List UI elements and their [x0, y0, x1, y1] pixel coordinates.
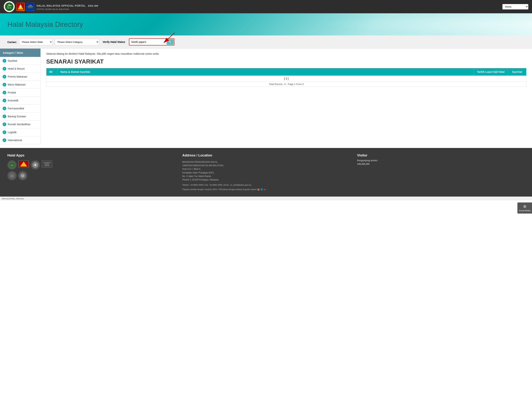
check-icon-menu — [3, 83, 6, 86]
portal-title: HALAL MALAYSIA OFFICIAL PORTAL ENG BM — [37, 3, 500, 8]
sidebar-item-rumah-sembelihan[interactable]: Rumah Sembelihan — [0, 121, 40, 128]
footer-app-logos-row2: APP — [7, 171, 175, 180]
footer-visitor-title: Visitor — [357, 153, 525, 157]
app-logo-2 — [18, 160, 29, 168]
footer-resolution: Paparan terbaik dengan resolusi 1024 x 7… — [182, 188, 350, 191]
svg-point-5 — [20, 6, 21, 7]
sidebar-item-label-logistik: Logistik — [8, 131, 16, 134]
welcome-text: Selamat datang ke direktori Halal Malays… — [46, 52, 526, 55]
footer-apps-section: Halal Apps حلال SURUHANJAYASYARIKATMALAY… — [7, 153, 175, 191]
svg-point-0 — [5, 2, 13, 11]
footer-address-title: Address / Location — [182, 153, 350, 157]
sidebar-item-label-menu: Menu Makanan — [8, 83, 26, 86]
check-icon-syarikat — [3, 59, 6, 63]
svg-text:HALAL: HALAL — [7, 7, 11, 9]
svg-point-23 — [20, 173, 26, 179]
svg-text:MALAYSIA: MALAYSIA — [45, 165, 49, 166]
browser-icon-ie: ℯ — [266, 188, 268, 191]
lang-suffix: ENG BM — [88, 4, 98, 7]
sidebar-item-label-premis: Premis Makanan — [8, 75, 27, 78]
footer-address-lines: BAHAGIAN PENGURUSAN HALAL, JABATAN KEMAJ… — [182, 160, 350, 182]
sidebar-item-label-barang: Barang Gunaan — [8, 115, 26, 118]
state-select[interactable]: Please Select State Johor Kedah Kelantan… — [19, 39, 52, 45]
sidebar-item-label-produk: Produk — [8, 91, 16, 94]
sidebar-item-barang-gunaan[interactable]: Barang Gunaan — [0, 113, 40, 121]
sidebar-item-premis-makanan[interactable]: Premis Makanan — [0, 73, 40, 81]
search-box-wrapper — [129, 38, 174, 46]
jakim-logo2: JAKIM MALAYSIA — [26, 3, 34, 11]
app-logo-6 — [18, 171, 27, 180]
sidebar-item-label-international: International — [8, 139, 22, 142]
browser-icon-opera: ◉ — [264, 188, 266, 191]
browser-icon-firefox: 🦊 — [257, 188, 260, 191]
svg-text:SYARIKAT: SYARIKAT — [45, 164, 49, 165]
check-icon-logistik — [3, 130, 6, 134]
search-button[interactable] — [167, 39, 174, 45]
table-total-record: Total Record : 0 - Page 1 From 0 — [46, 82, 526, 87]
halal-logo: حلال HALAL — [4, 1, 15, 12]
app-logo-1: حلال — [7, 160, 17, 170]
visitor-count: 108,256,350 — [357, 162, 525, 166]
search-label: Carian: — [7, 40, 17, 44]
sidebar-item-farmaseutikal[interactable]: Farmaseutikal — [0, 104, 40, 113]
jakim-logo1 — [16, 3, 25, 11]
search-input[interactable] — [130, 39, 167, 45]
category-select[interactable]: Please Select Category Syarikat Hotel & … — [55, 39, 99, 45]
footer-address-section: Address / Location BAHAGIAN PENGURUSAN H… — [182, 153, 350, 191]
svg-text:حلال: حلال — [7, 4, 12, 7]
header-title-block: HALAL MALAYSIA OFFICIAL PORTAL ENG BM PO… — [37, 3, 500, 10]
sidebar-item-menu-makanan[interactable]: Menu Makanan — [0, 81, 40, 89]
footer-apps-title: Halal Apps — [7, 153, 175, 157]
col-header-nama: Nama & Alamat Syarikat — [57, 68, 474, 76]
hero-decoration — [319, 13, 532, 36]
sidebar-item-label-rumah: Rumah Sembelihan — [8, 123, 30, 126]
svg-text:حلال: حلال — [10, 164, 13, 166]
col-header-syarikat: Syarikat — [508, 68, 526, 76]
section-title: SENARAI SYARIKAT — [46, 58, 526, 65]
site-header: حلال HALAL JAKIM MALAYSIA HALAL MALAYSIA… — [0, 0, 532, 13]
svg-rect-8 — [28, 6, 33, 7]
table-header: Bil Nama & Alamat Syarikat Tarikh Luput … — [46, 68, 526, 76]
svg-text:JAKIM: JAKIM — [29, 5, 32, 6]
sidebar-item-kosmetik[interactable]: Kosmetik — [0, 97, 40, 104]
sidebar-item-syarikat[interactable]: Syarikat — [0, 57, 40, 65]
check-icon-rumah — [3, 123, 6, 126]
hero-banner: Halal Malaysia Directory — [0, 13, 532, 36]
sidebar-header: Kategori / Skim — [0, 48, 40, 57]
app-logo-5: APP — [7, 171, 17, 180]
col-header-tarikh: Tarikh Luput Sijil Halal — [474, 68, 508, 76]
sidebar-item-produk[interactable]: Produk — [0, 89, 40, 97]
sidebar-item-logistik[interactable]: Logistik — [0, 128, 40, 136]
check-icon-premis — [3, 75, 6, 78]
sidebar: Kategori / Skim Syarikat Hotel & Resort … — [0, 48, 41, 144]
nav-dropdown[interactable]: Home — [503, 4, 528, 9]
sidebar-item-label-syarikat: Syarikat — [8, 59, 17, 62]
svg-text:MALAYSIA: MALAYSIA — [28, 7, 33, 8]
verify-halal-button[interactable]: Verify Halal Status — [103, 40, 125, 43]
search-icon — [169, 40, 172, 44]
footer-app-logos: حلال SURUHANJAYASYARIKATMALAYSIA — [7, 160, 175, 170]
table-pagination: [ 1 ] — [46, 76, 526, 82]
portal-subtitle: PORTAL RASMI HALAL MALAYSIA — [37, 8, 500, 10]
footer-phone: Telefon : 03-8892 5000 | Fax : 03-8892 5… — [182, 183, 350, 187]
browser-icon-chrome: 🌐 — [260, 188, 263, 191]
results-table: Bil Nama & Alamat Syarikat Tarikh Luput … — [46, 68, 526, 87]
header-logos: حلال HALAL JAKIM MALAYSIA — [4, 1, 34, 12]
sidebar-item-label-farma: Farmaseutikal — [8, 107, 24, 110]
pagination-links: [ 1 ] — [284, 77, 288, 80]
sidebar-item-hotel-resort[interactable]: Hotel & Resort — [0, 65, 40, 73]
svg-text:SURUHANJAYA: SURUHANJAYA — [43, 162, 50, 163]
sidebar-item-label-hotel: Hotel & Resort — [8, 67, 25, 70]
footer: Halal Apps حلال SURUHANJAYASYARIKATMALAY… — [0, 148, 532, 197]
check-icon-hotel — [3, 67, 6, 71]
col-header-bil: Bil — [46, 68, 57, 76]
sidebar-item-international[interactable]: International — [0, 136, 40, 144]
content-area: Selamat datang ke direktori Halal Malays… — [41, 48, 532, 144]
app-logo-3 — [31, 160, 40, 170]
check-icon-kosmetik — [3, 99, 6, 102]
visitor-count-label: Pengunjung terkini : — [357, 159, 525, 162]
app-logo-4: SURUHANJAYASYARIKATMALAYSIA — [41, 160, 52, 168]
footer-visitor-section: Visitor Pengunjung terkini : 108,256,350 — [357, 153, 525, 191]
check-icon-barang — [3, 114, 6, 118]
check-icon-produk — [3, 91, 6, 95]
